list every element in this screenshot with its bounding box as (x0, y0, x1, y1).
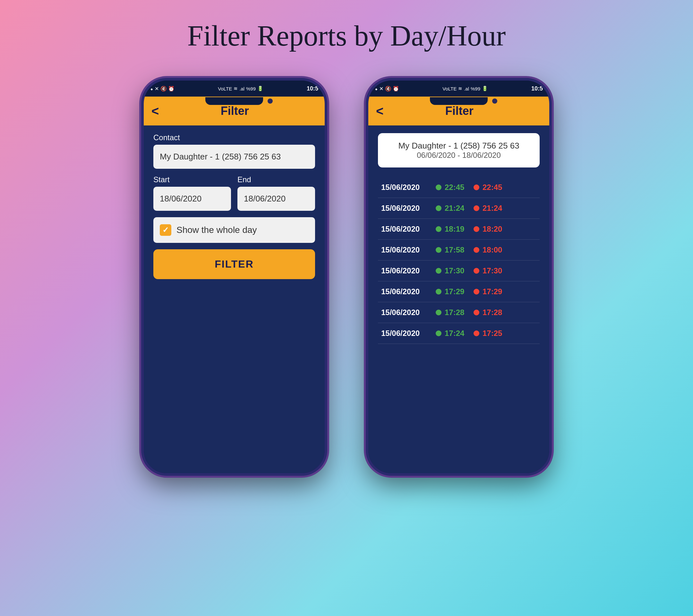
phone-right: ⬥ ✕ 🔇 ⏰ VoLTE≋.al%99🔋 10:5 < Filter My D… (366, 78, 552, 476)
dot-green-4 (436, 268, 441, 274)
list-item: 15/06/2020 17:24 17:25 (378, 323, 540, 344)
result-date-2: 15/06/2020 (381, 224, 433, 234)
filter-button[interactable]: FILTER (153, 249, 315, 279)
time-red-3: 18:00 (482, 245, 508, 254)
dot-red-7 (474, 331, 479, 336)
contact-input[interactable]: My Daughter - 1 (258) 756 25 63 (153, 145, 315, 169)
show-whole-day-label: Show the whole day (176, 225, 257, 235)
notch-left (205, 97, 263, 105)
status-time-left: 10:5 (307, 85, 318, 92)
dot-green-5 (436, 289, 441, 295)
result-date-1: 15/06/2020 (381, 204, 433, 213)
dot-green-6 (436, 310, 441, 315)
list-item: 15/06/2020 18:19 18:20 (378, 219, 540, 240)
show-whole-day-checkbox[interactable]: ✓ (160, 224, 171, 236)
end-input[interactable]: 18/06/2020 (237, 187, 315, 211)
status-bar-left: ⬥ ✕ 🔇 ⏰ VoLTE≋.al%99🔋 10:5 (144, 81, 325, 97)
dot-red-1 (474, 205, 479, 211)
dot-green-1 (436, 205, 441, 211)
start-field-group: Start 18/06/2020 (153, 175, 231, 211)
dot-red-0 (474, 184, 479, 190)
contact-label: Contact (153, 133, 315, 142)
notch-right (430, 97, 488, 105)
list-item: 15/06/2020 17:30 17:30 (378, 260, 540, 281)
list-item: 15/06/2020 17:58 18:00 (378, 240, 540, 260)
back-button-right[interactable]: < (376, 104, 383, 118)
dot-red-4 (474, 268, 479, 274)
time-green-2: 18:19 (445, 224, 470, 234)
dot-red-3 (474, 247, 479, 253)
camera-left (268, 99, 273, 104)
time-green-3: 17:58 (445, 245, 470, 254)
start-label: Start (153, 175, 231, 184)
end-label: End (237, 175, 315, 184)
status-signal-right: VoLTE≋.al%99🔋 (442, 86, 488, 92)
time-red-0: 22:45 (482, 183, 508, 192)
time-green-0: 22:45 (445, 183, 470, 192)
result-date-4: 15/06/2020 (381, 266, 433, 275)
time-green-5: 17:29 (445, 287, 470, 296)
list-item: 15/06/2020 22:45 22:45 (378, 177, 540, 198)
summary-card: My Daughter - 1 (258) 756 25 63 06/06/20… (378, 133, 540, 167)
summary-date-range: 06/06/2020 - 18/06/2020 (384, 151, 533, 160)
list-item: 15/06/2020 17:29 17:29 (378, 281, 540, 302)
dot-red-2 (474, 226, 479, 232)
result-date-6: 15/06/2020 (381, 308, 433, 317)
dot-green-0 (436, 184, 441, 190)
end-field-group: End 18/06/2020 (237, 175, 315, 211)
time-green-7: 17:24 (445, 329, 470, 338)
phone-left: ⬥ ✕ 🔇 ⏰ VoLTE≋.al%99🔋 10:5 < Filter Cont… (141, 78, 327, 476)
results-list: 15/06/2020 22:45 22:45 15/06/2020 21:24 … (378, 177, 540, 465)
time-green-1: 21:24 (445, 204, 470, 213)
header-title-left: Filter (165, 104, 304, 118)
list-item: 15/06/2020 17:28 17:28 (378, 302, 540, 323)
dot-green-3 (436, 247, 441, 253)
dot-green-7 (436, 331, 441, 336)
summary-contact-name: My Daughter - 1 (258) 756 25 63 (384, 141, 533, 151)
result-date-0: 15/06/2020 (381, 183, 433, 192)
time-red-2: 18:20 (482, 224, 508, 234)
dot-red-5 (474, 289, 479, 295)
show-whole-day-row[interactable]: ✓ Show the whole day (153, 217, 315, 243)
start-input[interactable]: 18/06/2020 (153, 187, 231, 211)
phone-content-right: My Daughter - 1 (258) 756 25 63 06/06/20… (368, 125, 549, 473)
date-row: Start 18/06/2020 End 18/06/2020 (153, 175, 315, 211)
result-date-7: 15/06/2020 (381, 329, 433, 338)
result-date-3: 15/06/2020 (381, 245, 433, 254)
status-icons-right: ⬥ ✕ 🔇 ⏰ (375, 86, 399, 92)
dot-red-6 (474, 310, 479, 315)
contact-field-group: Contact My Daughter - 1 (258) 756 25 63 (153, 133, 315, 169)
time-red-7: 17:25 (482, 329, 508, 338)
status-time-right: 10:5 (531, 85, 543, 92)
time-green-4: 17:30 (445, 266, 470, 275)
phones-container: ⬥ ✕ 🔇 ⏰ VoLTE≋.al%99🔋 10:5 < Filter Cont… (141, 78, 552, 476)
time-red-5: 17:29 (482, 287, 508, 296)
back-button-left[interactable]: < (152, 104, 159, 118)
status-icons-left: ⬥ ✕ 🔇 ⏰ (150, 86, 175, 92)
camera-right (492, 99, 497, 104)
result-date-5: 15/06/2020 (381, 287, 433, 296)
time-red-1: 21:24 (482, 204, 508, 213)
status-signal-left: VoLTE≋.al%99🔋 (218, 86, 263, 92)
list-item: 15/06/2020 21:24 21:24 (378, 198, 540, 219)
dot-green-2 (436, 226, 441, 232)
page-title: Filter Reports by Day/Hour (187, 19, 506, 52)
status-bar-right: ⬥ ✕ 🔇 ⏰ VoLTE≋.al%99🔋 10:5 (368, 81, 549, 97)
header-title-right: Filter (390, 104, 529, 118)
time-red-6: 17:28 (482, 308, 508, 317)
phone-content-left: Contact My Daughter - 1 (258) 756 25 63 … (144, 125, 325, 473)
time-green-6: 17:28 (445, 308, 470, 317)
time-red-4: 17:30 (482, 266, 508, 275)
